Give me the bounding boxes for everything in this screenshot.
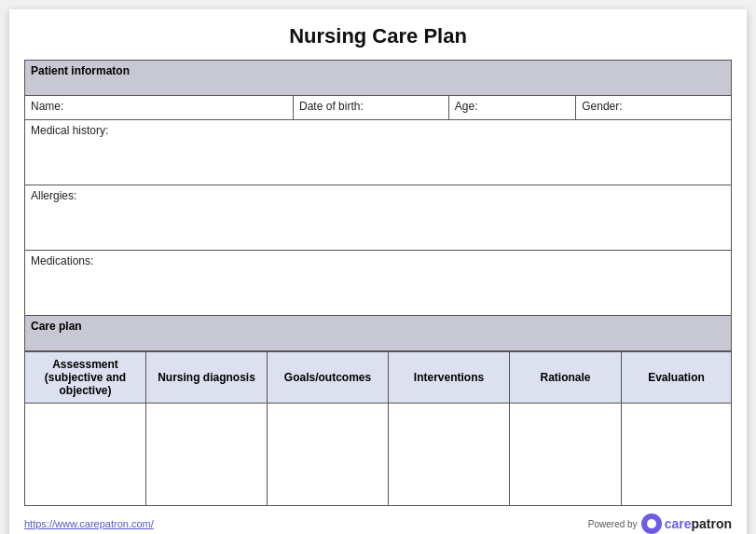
medications-row: Medications: <box>25 251 732 316</box>
patient-basic-info-row: Name: Date of birth: Age: Gender: <box>25 96 732 120</box>
allergies-row: Allergies: <box>25 185 732 251</box>
medications-label: Medications: <box>31 254 725 267</box>
col-header-assessment: Assessment(subjective and objective) <box>25 352 146 404</box>
powered-by-label: Powered by <box>588 519 638 529</box>
age-label: Age: <box>448 96 575 120</box>
medications-cell[interactable]: Medications: <box>25 251 732 316</box>
page-title: Nursing Care Plan <box>24 24 732 48</box>
care-plan-data-row <box>25 404 732 506</box>
cell-goals[interactable] <box>268 404 389 506</box>
powered-by-section: Powered by carepatron <box>588 513 732 534</box>
medical-history-cell[interactable]: Medical history: <box>25 120 732 185</box>
footer: https://www.carepatron.com/ Powered by c… <box>24 513 732 534</box>
allergies-cell[interactable]: Allergies: <box>25 185 732 251</box>
allergies-label: Allergies: <box>31 189 725 202</box>
cell-evaluation[interactable] <box>622 404 732 506</box>
col-header-goals: Goals/outcomes <box>268 352 389 404</box>
care-plan-header: Care plan <box>25 316 732 351</box>
patient-info-header: Patient informaton <box>25 61 732 96</box>
col-header-rationale: Rationale <box>510 352 622 404</box>
col-header-interventions: Interventions <box>389 352 510 404</box>
col-header-nursing: Nursing diagnosis <box>146 352 268 404</box>
page: Nursing Care Plan Patient informaton Nam… <box>9 9 747 534</box>
carepatron-logo: carepatron <box>641 513 732 534</box>
medical-history-row: Medical history: <box>25 120 732 185</box>
cell-interventions[interactable] <box>389 404 510 506</box>
medical-history-label: Medical history: <box>31 124 725 137</box>
main-table: Patient informaton Name: Date of birth: … <box>24 60 732 351</box>
cell-nursing[interactable] <box>146 404 268 506</box>
brand-name: carepatron <box>665 516 732 531</box>
col-header-evaluation: Evaluation <box>622 352 732 404</box>
logo-icon-inner <box>647 519 656 528</box>
patient-info-header-row: Patient informaton <box>25 61 732 96</box>
carepatron-link[interactable]: https://www.carepatron.com/ <box>24 518 154 529</box>
name-label: Name: <box>25 96 294 120</box>
cell-rationale[interactable] <box>510 404 622 506</box>
dob-label: Date of birth: <box>294 96 449 120</box>
gender-label: Gender: <box>576 96 732 120</box>
care-plan-table: Assessment(subjective and objective) Nur… <box>24 351 732 506</box>
care-plan-columns-row: Assessment(subjective and objective) Nur… <box>25 352 732 404</box>
cell-assessment[interactable] <box>25 404 146 506</box>
care-plan-header-row: Care plan <box>25 316 732 351</box>
logo-icon <box>641 513 662 534</box>
